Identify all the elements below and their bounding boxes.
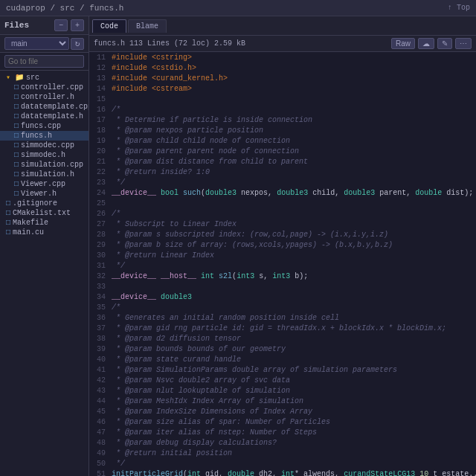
file-lines-info: 113 Lines (72 loc): [129, 39, 210, 48]
sidebar-minus-btn[interactable]: −: [54, 19, 68, 31]
line-content: * Determine if particle is inside connec…: [112, 116, 473, 124]
top-bar: cudaprop / src / funcs.h ↑ Top: [0, 0, 476, 16]
line-number: 23: [89, 178, 112, 187]
line-content: * @param d2 diffusion tensor: [112, 335, 473, 343]
file-label: Viewer.h: [21, 190, 57, 198]
top-action[interactable]: ↑ Top: [448, 4, 470, 12]
tree-file-gitignore[interactable]: □ .gitignore: [0, 199, 89, 208]
tree-file-datatemplate-h[interactable]: □ datatemplate.h: [0, 112, 89, 121]
line-content: * Subscript to Linear Index: [112, 220, 473, 228]
file-label: funcs.cpp: [21, 122, 61, 130]
tree-file-simmodec-cpp[interactable]: □ simmodec.cpp: [0, 141, 89, 150]
code-line: 48 * @param debug display calculations?: [89, 439, 476, 449]
tree-folder-src[interactable]: ▾ 📁 src: [0, 72, 89, 83]
branch-select[interactable]: main: [4, 37, 69, 50]
tree-file-viewer-h[interactable]: □ Viewer.h: [0, 189, 89, 199]
folder-label: src: [26, 74, 39, 82]
search-input[interactable]: [4, 55, 84, 68]
code-line: 26 /*: [89, 210, 476, 220]
line-number: 12: [89, 64, 112, 72]
line-content: [112, 199, 473, 208]
code-line: 16 /*: [89, 106, 476, 116]
line-content: * @param state curand handle: [112, 356, 473, 364]
tree-file-datatemplate-cpp[interactable]: □ datatemplate.cpp: [0, 102, 89, 112]
branch-refresh-btn[interactable]: ↻: [71, 38, 84, 50]
tree-file-simmodec-h[interactable]: □ simmodec.h: [0, 150, 89, 160]
file-label: simmodec.cpp: [21, 141, 74, 149]
file-icon: □: [14, 170, 19, 178]
code-line: 44 * @param MeshIdx Index Array of simul…: [89, 397, 476, 408]
raw-btn[interactable]: Raw: [391, 38, 415, 49]
line-content: * @param debug display calculations?: [112, 439, 473, 447]
file-icon: □: [14, 161, 19, 169]
file-icon: □: [14, 141, 19, 149]
code-line: 12 #include <cstdio.h>: [89, 64, 476, 74]
code-line: 13 #include <curand_kernel.h>: [89, 74, 476, 85]
file-label: controller.cpp: [21, 83, 83, 91]
sidebar: Files − + main ↻ ▾ 📁 src □ controll: [0, 16, 89, 476]
tree-file-simulation-cpp[interactable]: □ simulation.cpp: [0, 160, 89, 170]
tree-file-funcs-h[interactable]: □ funcs.h: [0, 131, 89, 141]
file-icon: □: [14, 151, 19, 159]
line-number: 30: [89, 251, 112, 260]
line-content: * @param iter alias of nstep: Number of …: [112, 428, 473, 437]
file-label: datatemplate.h: [21, 112, 83, 120]
line-content: * @param child child node of connection: [112, 137, 473, 145]
line-content: #include <curand_kernel.h>: [112, 74, 473, 83]
file-icon: □: [6, 228, 10, 237]
tree-file-funcs-cpp[interactable]: □ funcs.cpp: [0, 121, 89, 131]
edit-btn[interactable]: ✎: [437, 38, 452, 49]
line-content: * @param gid rng particle id: gid = thre…: [112, 324, 473, 332]
tab-code[interactable]: Code: [92, 19, 126, 33]
line-content: */: [112, 262, 473, 270]
code-line: 41 * @param SimulationParams double arra…: [89, 366, 476, 376]
download-btn[interactable]: ☁: [418, 38, 434, 49]
tree-file-simulation-h[interactable]: □ simulation.h: [0, 170, 89, 179]
line-number: 44: [89, 397, 112, 405]
branch-select-row: main ↻: [0, 35, 89, 53]
tree-file-viewer-cpp[interactable]: □ Viewer.cpp: [0, 179, 89, 189]
file-label: controller.h: [21, 93, 74, 101]
line-number: 26: [89, 210, 112, 218]
code-line: 40 * @param state curand handle: [89, 356, 476, 366]
line-number: 27: [89, 220, 112, 228]
code-line: 43 * @param nlut lookuptable of simulati…: [89, 387, 476, 397]
file-icon: □: [6, 219, 10, 227]
code-line: 45 * @param IndexSize Dimensions of Inde…: [89, 408, 476, 418]
main-area: Files − + main ↻ ▾ 📁 src □ controll: [0, 16, 476, 476]
file-label: datatemplate.cpp: [21, 103, 89, 111]
line-content: [112, 283, 473, 291]
line-number: 19: [89, 137, 112, 145]
code-line: 39 * @param bounds bounds of our geometr…: [89, 345, 476, 356]
file-icon: □: [14, 132, 19, 140]
file-label: simulation.cpp: [21, 161, 83, 169]
line-number: 43: [89, 387, 112, 395]
code-line: 47 * @param iter alias of nstep: Number …: [89, 428, 476, 439]
line-content: [112, 95, 473, 103]
code-line: 28 * @param s subscripted index: (row,co…: [89, 231, 476, 241]
file-path: cudaprop / src / funcs.h: [6, 4, 448, 13]
file-name-info: funcs.h: [94, 39, 125, 48]
code-view[interactable]: 11 #include <cstring> 12 #include <cstdi…: [89, 52, 476, 476]
sidebar-title: Files: [4, 21, 51, 30]
tab-blame[interactable]: Blame: [128, 19, 167, 33]
line-content: __device__ bool such(double3 nexpos, dou…: [112, 189, 473, 197]
line-content: #include <cstdio.h>: [112, 64, 473, 72]
code-line: 24 __device__ bool such(double3 nexpos, …: [89, 189, 476, 199]
tree-file-controller-cpp[interactable]: □ controller.cpp: [0, 83, 89, 92]
line-content: /*: [112, 106, 473, 114]
tree-file-main-cu[interactable]: □ main.cu: [0, 228, 89, 237]
tree-file-cmakelists[interactable]: □ CMakelist.txt: [0, 208, 89, 218]
line-number: 46: [89, 418, 112, 426]
file-icon: □: [14, 83, 19, 91]
line-number: 35: [89, 303, 112, 312]
file-actions: Raw ☁ ✎ ⋯: [391, 38, 472, 49]
more-btn[interactable]: ⋯: [455, 38, 472, 49]
sidebar-header: Files − +: [0, 16, 89, 35]
tree-file-controller-h[interactable]: □ controller.h: [0, 92, 89, 102]
line-content: /*: [112, 303, 473, 312]
line-number: 32: [89, 272, 112, 280]
tree-file-makefile[interactable]: □ Makefile: [0, 218, 89, 228]
line-number: 18: [89, 126, 112, 135]
sidebar-plus-btn[interactable]: +: [71, 19, 84, 31]
